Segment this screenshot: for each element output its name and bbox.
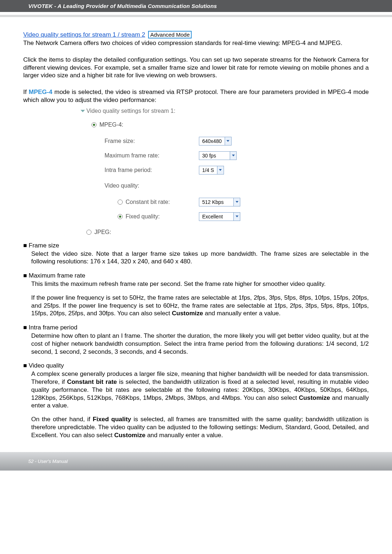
- bullet-max-frame-head: ■ Maximum frame rate: [23, 272, 369, 279]
- chevron-down-icon: [230, 152, 236, 160]
- select-value: Excellent: [199, 214, 233, 219]
- frame-size-select[interactable]: 640x480: [199, 137, 232, 145]
- video-quality-link[interactable]: Video quality settings for stream 1 / st…: [23, 31, 145, 38]
- chevron-down-icon: [233, 213, 240, 221]
- bullet-vq-head: ■ Video quality: [23, 362, 369, 369]
- panel-title: Video quality settings for stream 1:: [86, 108, 175, 114]
- select-value: 640x480: [199, 138, 225, 144]
- fixed-quality-label: Fixed quality:: [126, 213, 160, 220]
- jpeg-radio[interactable]: [86, 230, 91, 235]
- chevron-down-icon: [233, 198, 240, 206]
- constant-bitrate-radio[interactable]: [118, 200, 123, 205]
- constant-bitrate-select[interactable]: 512 Kbps: [199, 198, 240, 206]
- text: mode is selected, the video is streamed …: [23, 89, 369, 103]
- max-frame-rate-select[interactable]: 30 fps: [199, 151, 237, 160]
- intra-frame-select[interactable]: 1/4 S: [199, 166, 224, 175]
- mpeg-paragraph: If MPEG-4 mode is selected, the video is…: [23, 88, 369, 104]
- intra-frame-label: Intra frame period:: [105, 167, 199, 173]
- jpeg-label: JPEG:: [94, 229, 111, 235]
- bullet-frame-size-body: Select the video size. Note that a large…: [31, 250, 369, 266]
- video-quality-label: Video quality:: [105, 182, 369, 189]
- bullet-max-frame-body2: If the power line frequency is set to 50…: [31, 294, 369, 317]
- stream-settings-panel: Video quality settings for stream 1: MPE…: [81, 108, 369, 235]
- bullet-vq-p1: A complex scene generally produces a lar…: [31, 370, 369, 410]
- bullet-intra-head: ■ Intra frame period: [23, 324, 369, 331]
- frame-size-label: Frame size:: [105, 138, 199, 144]
- intro-paragraph-2: Click the items to display the detailed …: [23, 56, 369, 79]
- bullet-intra-body: Determine how often to plant an I frame.…: [31, 332, 369, 356]
- page-body: Video quality settings for stream 1 / st…: [0, 17, 392, 439]
- text: If: [23, 89, 29, 95]
- chevron-down-icon: [217, 166, 224, 174]
- intro-paragraph-1: The Network Camera offers two choices of…: [23, 39, 369, 47]
- chevron-down-icon: [225, 137, 231, 145]
- select-value: 1/4 S: [199, 167, 217, 173]
- footer: 52 - User's Manual: [0, 452, 392, 471]
- expand-icon[interactable]: [81, 110, 85, 112]
- header-banner: VIVOTEK - A Leading Provider of Multimed…: [0, 0, 392, 12]
- advanced-mode-badge: Advanced Mode: [148, 31, 192, 38]
- fixed-quality-select[interactable]: Excellent: [199, 212, 240, 221]
- constant-bitrate-label: Constant bit rate:: [126, 199, 170, 205]
- fixed-quality-radio[interactable]: [118, 214, 123, 219]
- mpeg4-label: MPEG-4:: [99, 122, 123, 128]
- mpeg4-radio[interactable]: [91, 122, 97, 127]
- mpeg4-keyword: MPEG-4: [29, 89, 52, 95]
- bullet-vq-p2: On the other hand, if Fixed quality is s…: [31, 415, 369, 439]
- bullet-max-frame-body1: This limits the maximum refresh frame ra…: [31, 280, 369, 288]
- separator: [0, 12, 392, 15]
- select-value: 30 fps: [199, 153, 230, 159]
- select-value: 512 Kbps: [199, 199, 233, 205]
- bullet-frame-size-head: ■ Frame size: [23, 242, 369, 249]
- max-frame-rate-label: Maximum frame rate:: [105, 152, 199, 159]
